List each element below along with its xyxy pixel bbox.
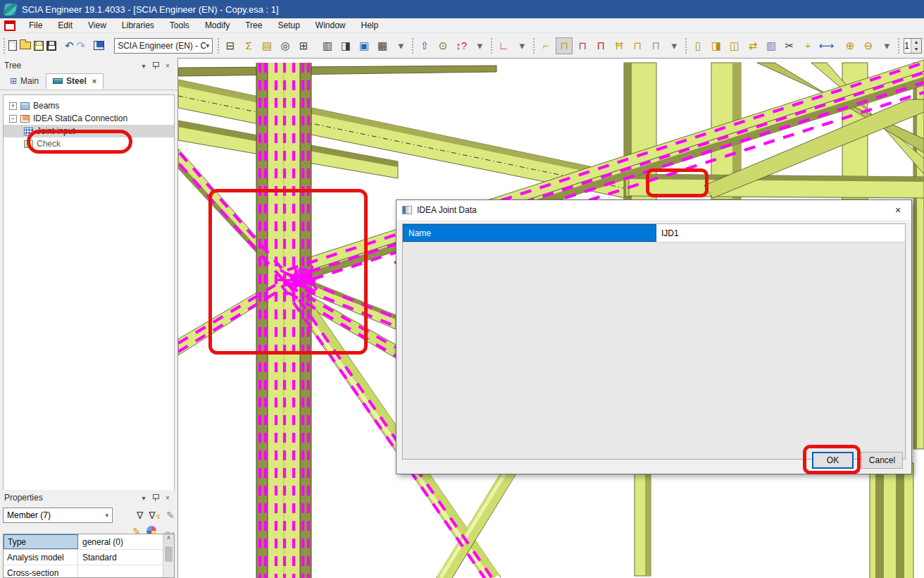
menu-help[interactable]: Help xyxy=(354,19,387,32)
dimension-icon[interactable]: ↕? xyxy=(453,37,470,54)
printer-icon[interactable]: ▥ xyxy=(319,37,336,54)
cancel-button[interactable]: Cancel xyxy=(861,452,903,469)
remove-node-icon[interactable]: ⊖ xyxy=(860,37,877,54)
menu-file[interactable]: File xyxy=(21,19,50,32)
print-preview-icon[interactable]: ◨ xyxy=(337,37,354,54)
connection-grid-icon[interactable]: ⊓ xyxy=(574,37,591,54)
menu-libraries[interactable]: Libraries xyxy=(114,19,162,32)
layers-icon[interactable]: ⊟ xyxy=(222,37,239,54)
export-icon[interactable]: ⇧ xyxy=(416,37,433,54)
toolbar-grip[interactable] xyxy=(4,38,5,54)
scroll-up-icon[interactable]: ∧ xyxy=(163,534,174,545)
frame-xy-icon[interactable]: ⊓ xyxy=(629,37,646,54)
toolbar-grip[interactable] xyxy=(533,38,535,54)
property-row-partial[interactable]: Cross-section xyxy=(4,565,174,578)
copy-member-icon[interactable]: ◨ xyxy=(708,37,725,54)
selection-type-combobox[interactable]: Member (7) ▾ xyxy=(3,508,113,523)
zoom-doc-icon[interactable]: ⊙ xyxy=(435,37,451,54)
name-field-row[interactable]: Name IJD1 xyxy=(403,224,905,242)
bolted-frame-icon[interactable]: Ħ xyxy=(611,37,628,54)
filter-icon[interactable]: ∇ xyxy=(137,510,143,521)
panel-pin-icon[interactable] xyxy=(152,62,159,69)
menu-modify[interactable]: Modify xyxy=(197,19,237,32)
filter-active-icon[interactable]: ∇ xyxy=(149,510,161,521)
dialog-close-icon[interactable]: × xyxy=(890,204,906,216)
toolbar-grip[interactable] xyxy=(898,38,899,54)
dialog-titlebar[interactable]: IDEA Joint Data × xyxy=(397,200,911,220)
menu-setup[interactable]: Setup xyxy=(270,19,307,32)
toolbar-grip[interactable] xyxy=(412,38,413,54)
undo-button[interactable]: ↶ xyxy=(64,37,75,54)
new-project-button[interactable] xyxy=(8,37,18,54)
swap-member-icon[interactable]: ⇄ xyxy=(744,37,761,54)
add-node-icon[interactable]: ⊕ xyxy=(842,37,859,54)
menu-tools[interactable]: Tools xyxy=(162,19,197,32)
ok-button[interactable]: OK xyxy=(812,452,854,469)
scale-spinner[interactable]: 1 ▲▼ xyxy=(904,38,922,54)
frame-red-icon[interactable]: Π xyxy=(592,37,609,54)
tree-item-check[interactable]: Check xyxy=(4,137,174,150)
expand-icon[interactable]: + xyxy=(9,102,17,110)
menu-tree[interactable]: Tree xyxy=(237,19,270,32)
property-value[interactable] xyxy=(78,565,174,578)
intersect-icon[interactable]: + xyxy=(799,37,816,54)
tree-item-joint-input[interactable]: Joint input xyxy=(4,125,174,137)
overflow-arrow-icon[interactable]: ▾ xyxy=(666,37,682,54)
property-label[interactable]: Cross-section xyxy=(4,565,78,578)
connection-icon[interactable]: ⊓ xyxy=(556,37,573,54)
property-label[interactable]: Analysis model xyxy=(4,550,78,565)
save-as-button[interactable] xyxy=(33,37,44,54)
scrollbar-thumb[interactable] xyxy=(165,546,173,562)
tab-main[interactable]: ⊞ Main xyxy=(3,73,46,90)
target-icon[interactable]: ◎ xyxy=(277,37,294,54)
overflow-arrow-icon[interactable]: ▾ xyxy=(513,37,530,54)
property-value[interactable]: general (0) xyxy=(78,534,163,549)
sum-icon[interactable]: Σ xyxy=(240,37,257,54)
name-field-value[interactable]: IJD1 xyxy=(656,224,905,242)
collapse-icon[interactable]: − xyxy=(9,115,17,123)
menu-edit[interactable]: Edit xyxy=(50,19,80,32)
open-project-button[interactable] xyxy=(19,37,32,54)
overflow-arrow-icon[interactable]: ▾ xyxy=(392,37,409,54)
document-app-icon[interactable] xyxy=(4,20,15,31)
overflow-arrow-icon[interactable]: ▾ xyxy=(471,37,488,54)
panel-close-icon[interactable]: × xyxy=(162,494,173,502)
redo-button[interactable]: ↷ xyxy=(76,37,87,54)
menu-window[interactable]: Window xyxy=(308,19,354,32)
tab-steel[interactable]: Steel × xyxy=(46,73,104,90)
save-button[interactable] xyxy=(46,37,57,54)
document-icon[interactable]: ▣ xyxy=(356,37,373,54)
tree-item-idea-statica[interactable]: − IDEA StatiCa Connection xyxy=(4,112,174,125)
overflow-arrow-icon[interactable]: ▾ xyxy=(878,37,895,54)
property-value[interactable]: Standard xyxy=(78,550,163,565)
panel-close-icon[interactable]: × xyxy=(162,62,173,70)
ucs-axes-icon[interactable]: ∟ xyxy=(495,37,512,54)
toolbar-grip[interactable] xyxy=(491,38,492,54)
toolbar-grip[interactable] xyxy=(218,38,219,54)
haunch-icon[interactable]: ⌐ xyxy=(537,37,554,54)
frame-grey-icon[interactable]: Π xyxy=(647,37,664,54)
tree-item-beams[interactable]: + Beams xyxy=(4,99,174,112)
panel-pin-icon[interactable] xyxy=(152,494,159,501)
spinner-down-icon[interactable]: ▼ xyxy=(911,46,921,53)
project-manager-button[interactable] xyxy=(93,37,105,54)
property-row-analysis-model[interactable]: Analysis model Standard ▾ xyxy=(4,550,174,565)
toolbar-grip[interactable] xyxy=(685,38,687,54)
gallery-icon[interactable]: ▦ xyxy=(374,37,391,54)
properties-scrollbar[interactable]: ∧ xyxy=(163,534,174,577)
menu-view[interactable]: View xyxy=(80,19,114,32)
panel-collapse-icon[interactable]: ▾ xyxy=(138,494,149,502)
spinner-up-icon[interactable]: ▲ xyxy=(911,39,921,46)
paste-icon[interactable]: ▤ xyxy=(258,37,275,54)
feather-icon[interactable]: ✎ xyxy=(166,510,175,521)
tab-close-icon[interactable]: × xyxy=(92,77,96,85)
trim-icon[interactable]: ✂ xyxy=(781,37,798,54)
environment-combobox[interactable]: SCIA Engineer (EN) - Cop ▾ xyxy=(114,38,213,54)
property-row-type[interactable]: Type general (0) ▾ xyxy=(4,534,174,550)
mirror-member-icon[interactable]: ◫ xyxy=(726,37,743,54)
move-member-icon[interactable]: ▯ xyxy=(689,37,706,54)
property-label[interactable]: Type xyxy=(4,534,78,549)
panel-collapse-icon[interactable]: ▾ xyxy=(138,62,149,70)
stripe-member-icon[interactable]: ▥ xyxy=(763,37,780,54)
stretch-icon[interactable]: ⟷ xyxy=(818,37,835,54)
